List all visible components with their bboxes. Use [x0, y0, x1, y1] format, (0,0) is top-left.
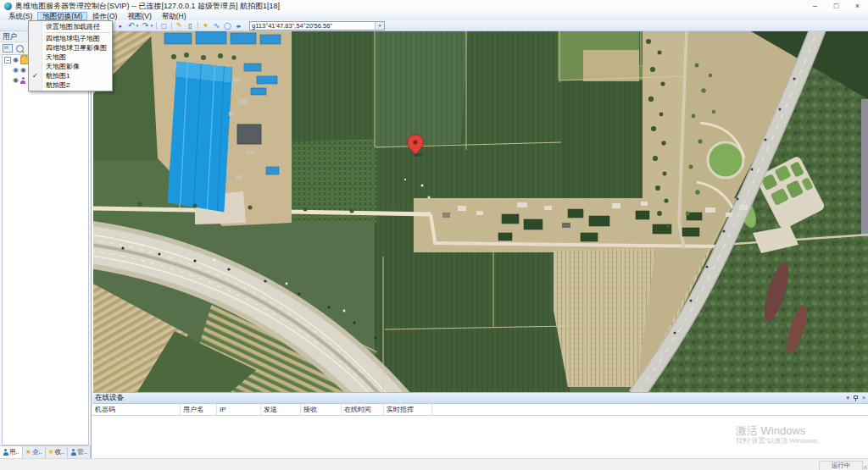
coordinate-combobox[interactable]: ▾ [249, 21, 385, 30]
badge-icon: ★ [25, 449, 31, 456]
admin-icon [70, 449, 76, 456]
panel-close-icon[interactable]: × [862, 394, 865, 402]
menu-item-siwei-electronic-map[interactable]: 四维地球电子地图 [29, 34, 112, 43]
tab-label: 管.. [77, 448, 87, 456]
gear-node-icon: ◉ [20, 67, 26, 74]
tab-users[interactable]: 用.. [0, 446, 23, 458]
windows-activation-watermark: 激活 Windows 转到“设置”以激活 Windows。 [736, 424, 824, 445]
user-icon [20, 77, 26, 84]
run-status: 运行中 [819, 461, 863, 470]
online-devices-panel: 在线设备 ▾ × 机器码 用户名 IP 发送 接收 在线时间 实时指挥 激活 W… [92, 392, 868, 458]
coordinate-input[interactable] [250, 22, 375, 30]
star-icon: ★ [47, 449, 53, 456]
status-bar: 运行中 [0, 458, 868, 470]
menu-view[interactable]: 视图(V) [122, 12, 156, 20]
user-icon [3, 449, 8, 456]
combo-dropdown-icon[interactable]: ▾ [375, 22, 384, 30]
menu-bar: 系统(S) 地图切换(M) 操作(O) 视图(V) 帮助(H) [0, 12, 868, 20]
menu-item-siwei-satellite-map[interactable]: 四维地球卫星影像图 [29, 43, 112, 53]
menu-item-tianditu[interactable]: 天地图 [29, 53, 112, 62]
menu-separator [44, 32, 110, 33]
tab-favorites[interactable]: ★ 收.. [46, 446, 69, 458]
menu-item-set-map-path[interactable]: 设置地图加载路径 [29, 22, 112, 31]
user-tree[interactable]: − ◉ ◉ ◉ ◉ [2, 54, 89, 445]
star-tool-icon[interactable]: ✶ [200, 21, 211, 30]
undo-icon[interactable]: ↶ [125, 21, 136, 30]
tab-enterprise[interactable]: ★ 企.. [23, 446, 46, 458]
minimize-button[interactable]: – [804, 0, 826, 12]
satellite-imagery [93, 31, 868, 392]
ruler-tool-icon[interactable]: ▯ [185, 21, 196, 30]
map-switch-menu: 设置地图加载路径 四维地球电子地图 四维地球卫星影像图 天地图 天地图影像 ✓ … [28, 20, 113, 91]
close-button[interactable]: × [847, 0, 868, 12]
watermark-line2: 转到“设置”以激活 Windows。 [736, 437, 824, 445]
pen-tool-icon[interactable]: ✎ [174, 21, 185, 30]
col-realtime-command[interactable]: 实时指挥 [384, 404, 432, 415]
tab-label: 收.. [55, 448, 65, 456]
app-logo-icon [4, 3, 12, 10]
menu-item-tianditu-imagery[interactable]: 天地图影像 [29, 62, 112, 71]
devices-panel-title: 在线设备 [95, 393, 124, 403]
devices-table-header: 机器码 用户名 IP 发送 接收 在线时间 实时指挥 [92, 404, 868, 416]
toolbar: ● ↶ ▾ ↷ ▾ ▢ ✎ ▯ ✶ ∿ ◯ ● ▾ [0, 20, 868, 31]
redo-icon[interactable]: ↷ [140, 21, 151, 30]
map-viewport[interactable] [93, 31, 868, 392]
tab-label: 企.. [32, 448, 42, 456]
col-received[interactable]: 接收 [301, 404, 342, 415]
menu-operation[interactable]: 操作(O) [87, 12, 122, 20]
rect-tool-icon[interactable]: ▢ [159, 21, 170, 30]
import-icon[interactable] [3, 44, 13, 53]
col-ip[interactable]: IP [217, 404, 261, 415]
window-title: 奥维地图服务器管理控制台(SVIP) -- 已连接[127.0.0.1 超级管理… [15, 1, 280, 12]
menu-item-aerial-1[interactable]: ✓ 航拍图1 [29, 71, 112, 80]
search-icon[interactable] [16, 45, 24, 53]
ellipse-tool-icon[interactable]: ● [236, 21, 242, 30]
toolbar-separator [171, 22, 172, 30]
app-window: 奥维地图服务器管理控制台(SVIP) -- 已连接[127.0.0.1 超级管理… [0, 0, 868, 470]
menu-system[interactable]: 系统(S) [3, 12, 37, 20]
collapse-icon[interactable]: − [4, 57, 11, 64]
devices-panel-caption: 在线设备 ▾ × [92, 393, 868, 404]
placemark-dot-icon[interactable]: ● [114, 21, 125, 30]
panel-pin-icon[interactable] [854, 395, 858, 401]
sidebar-tab-bar: 用.. ★ 企.. ★ 收.. 管.. [0, 445, 91, 458]
polyline-tool-icon[interactable]: ∿ [211, 21, 222, 30]
gear-node-icon: ◉ [13, 77, 19, 84]
maximize-button[interactable]: □ [826, 0, 847, 12]
devices-table-body[interactable]: 激活 Windows 转到“设置”以激活 Windows。 [92, 416, 868, 460]
gear-node-icon: ◉ [13, 57, 19, 64]
check-icon: ✓ [32, 71, 38, 80]
menu-item-label: 航拍图1 [46, 72, 70, 80]
menu-map-switch[interactable]: 地图切换(M) [37, 12, 87, 20]
toolbar-separator [156, 22, 157, 30]
watermark-line1: 激活 Windows [736, 424, 824, 437]
toolbar-separator [198, 22, 198, 30]
col-username[interactable]: 用户名 [181, 404, 217, 415]
title-bar: 奥维地图服务器管理控制台(SVIP) -- 已连接[127.0.0.1 超级管理… [0, 0, 868, 13]
tab-label: 用.. [9, 448, 19, 456]
col-sent[interactable]: 发送 [261, 404, 301, 415]
circle-tool-icon[interactable]: ◯ [222, 21, 233, 30]
menu-help[interactable]: 帮助(H) [157, 12, 192, 20]
col-online-time[interactable]: 在线时间 [342, 404, 384, 415]
user-sidebar: 用户 − ◉ ◉ ◉ ◉ 用.. [0, 31, 92, 458]
menu-item-aerial-2[interactable]: 航拍图2 [29, 80, 112, 90]
panel-menu-icon[interactable]: ▾ [846, 394, 849, 402]
col-machine-code[interactable]: 机器码 [92, 404, 181, 415]
tab-admin[interactable]: 管.. [68, 446, 91, 458]
resize-grip-icon[interactable] [864, 466, 867, 469]
globe-node-icon: ◉ [13, 67, 19, 74]
